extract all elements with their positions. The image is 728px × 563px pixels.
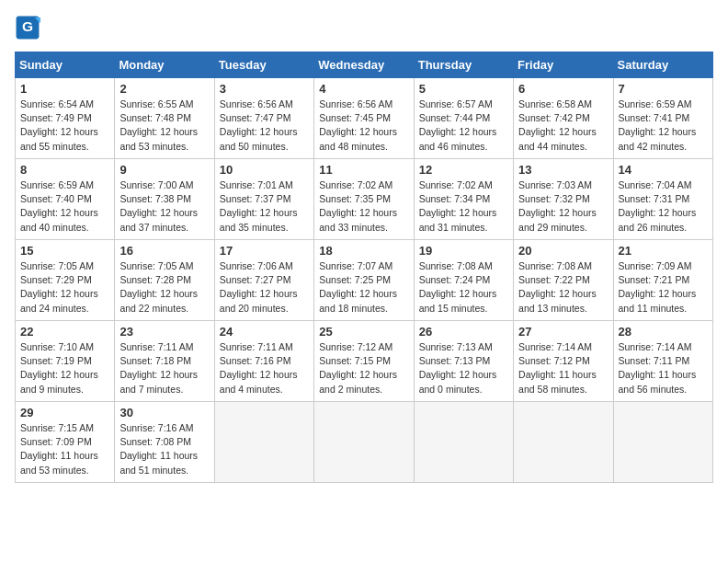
calendar-day-header: Tuesday: [214, 52, 313, 78]
calendar-cell: 20Sunrise: 7:08 AM Sunset: 7:22 PM Dayli…: [514, 240, 613, 321]
calendar-body: 1Sunrise: 6:54 AM Sunset: 7:49 PM Daylig…: [16, 78, 713, 483]
day-info: Sunrise: 6:58 AM Sunset: 7:42 PM Dayligh…: [518, 98, 608, 154]
calendar-cell: 23Sunrise: 7:11 AM Sunset: 7:18 PM Dayli…: [115, 321, 214, 402]
calendar-cell: 26Sunrise: 7:13 AM Sunset: 7:13 PM Dayli…: [414, 321, 513, 402]
calendar-cell: 1Sunrise: 6:54 AM Sunset: 7:49 PM Daylig…: [16, 78, 115, 159]
day-info: Sunrise: 7:05 AM Sunset: 7:28 PM Dayligh…: [119, 259, 209, 316]
day-info: Sunrise: 7:02 AM Sunset: 7:34 PM Dayligh…: [419, 178, 508, 235]
day-number: 10: [220, 163, 309, 177]
calendar-cell: 13Sunrise: 7:03 AM Sunset: 7:32 PM Dayli…: [514, 159, 613, 240]
day-number: 3: [220, 82, 309, 96]
calendar-header-row: SundayMondayTuesdayWednesdayThursdayFrid…: [16, 52, 713, 78]
calendar-cell: 14Sunrise: 7:04 AM Sunset: 7:31 PM Dayli…: [613, 159, 712, 240]
calendar-cell: 19Sunrise: 7:08 AM Sunset: 7:24 PM Dayli…: [414, 240, 513, 321]
calendar-cell: [613, 402, 712, 483]
day-number: 30: [119, 406, 209, 419]
day-info: Sunrise: 6:55 AM Sunset: 7:48 PM Dayligh…: [119, 98, 209, 154]
day-info: Sunrise: 7:04 AM Sunset: 7:31 PM Dayligh…: [619, 178, 708, 235]
calendar-cell: [314, 402, 414, 483]
day-number: 13: [518, 163, 608, 177]
day-number: 21: [619, 244, 708, 258]
day-info: Sunrise: 6:59 AM Sunset: 7:40 PM Dayligh…: [20, 178, 109, 235]
calendar-day-header: Friday: [514, 52, 613, 78]
day-number: 11: [319, 163, 408, 177]
calendar-cell: 11Sunrise: 7:02 AM Sunset: 7:35 PM Dayli…: [314, 159, 414, 240]
calendar-cell: 10Sunrise: 7:01 AM Sunset: 7:37 PM Dayli…: [214, 159, 313, 240]
calendar-cell: 6Sunrise: 6:58 AM Sunset: 7:42 PM Daylig…: [514, 78, 613, 159]
calendar-cell: 16Sunrise: 7:05 AM Sunset: 7:28 PM Dayli…: [115, 240, 214, 321]
calendar-cell: 18Sunrise: 7:07 AM Sunset: 7:25 PM Dayli…: [314, 240, 414, 321]
day-number: 16: [119, 244, 209, 258]
calendar-cell: 21Sunrise: 7:09 AM Sunset: 7:21 PM Dayli…: [613, 240, 712, 321]
day-number: 15: [20, 244, 109, 258]
svg-text:G: G: [22, 18, 33, 34]
day-info: Sunrise: 6:56 AM Sunset: 7:47 PM Dayligh…: [220, 98, 309, 154]
day-info: Sunrise: 7:15 AM Sunset: 7:09 PM Dayligh…: [20, 421, 109, 477]
calendar-day-header: Monday: [115, 52, 214, 78]
calendar-day-header: Saturday: [613, 52, 712, 78]
calendar-week-row: 22Sunrise: 7:10 AM Sunset: 7:19 PM Dayli…: [16, 321, 713, 402]
day-info: Sunrise: 7:08 AM Sunset: 7:22 PM Dayligh…: [518, 259, 608, 316]
calendar-day-header: Thursday: [414, 52, 513, 78]
day-info: Sunrise: 6:59 AM Sunset: 7:41 PM Dayligh…: [619, 98, 708, 154]
day-number: 29: [20, 406, 109, 419]
calendar-cell: 15Sunrise: 7:05 AM Sunset: 7:29 PM Dayli…: [16, 240, 115, 321]
day-info: Sunrise: 7:11 AM Sunset: 7:18 PM Dayligh…: [119, 340, 209, 396]
day-number: 8: [20, 163, 109, 177]
day-info: Sunrise: 6:56 AM Sunset: 7:45 PM Dayligh…: [319, 98, 408, 154]
calendar-cell: 8Sunrise: 6:59 AM Sunset: 7:40 PM Daylig…: [16, 159, 115, 240]
calendar-cell: 5Sunrise: 6:57 AM Sunset: 7:44 PM Daylig…: [414, 78, 513, 159]
day-info: Sunrise: 7:03 AM Sunset: 7:32 PM Dayligh…: [518, 178, 608, 235]
day-info: Sunrise: 7:12 AM Sunset: 7:15 PM Dayligh…: [319, 340, 408, 396]
day-number: 6: [518, 82, 608, 96]
calendar-day-header: Wednesday: [314, 52, 414, 78]
calendar-cell: [414, 402, 513, 483]
day-number: 17: [220, 244, 309, 258]
calendar-cell: 7Sunrise: 6:59 AM Sunset: 7:41 PM Daylig…: [613, 78, 712, 159]
day-info: Sunrise: 7:01 AM Sunset: 7:37 PM Dayligh…: [220, 178, 309, 235]
day-info: Sunrise: 7:07 AM Sunset: 7:25 PM Dayligh…: [319, 259, 408, 316]
day-info: Sunrise: 6:57 AM Sunset: 7:44 PM Dayligh…: [419, 98, 508, 154]
calendar-cell: 4Sunrise: 6:56 AM Sunset: 7:45 PM Daylig…: [314, 78, 414, 159]
day-number: 9: [119, 163, 209, 177]
day-info: Sunrise: 7:08 AM Sunset: 7:24 PM Dayligh…: [419, 259, 508, 316]
day-info: Sunrise: 7:02 AM Sunset: 7:35 PM Dayligh…: [319, 178, 408, 235]
day-info: Sunrise: 6:54 AM Sunset: 7:49 PM Dayligh…: [20, 98, 109, 154]
calendar-cell: 9Sunrise: 7:00 AM Sunset: 7:38 PM Daylig…: [115, 159, 214, 240]
day-number: 2: [119, 82, 209, 96]
calendar-cell: [514, 402, 613, 483]
day-number: 24: [220, 325, 309, 339]
day-number: 1: [20, 82, 109, 96]
calendar-week-row: 8Sunrise: 6:59 AM Sunset: 7:40 PM Daylig…: [16, 159, 713, 240]
calendar-cell: 2Sunrise: 6:55 AM Sunset: 7:48 PM Daylig…: [115, 78, 214, 159]
calendar-cell: 27Sunrise: 7:14 AM Sunset: 7:12 PM Dayli…: [514, 321, 613, 402]
day-info: Sunrise: 7:16 AM Sunset: 7:08 PM Dayligh…: [119, 421, 209, 477]
calendar-cell: 22Sunrise: 7:10 AM Sunset: 7:19 PM Dayli…: [16, 321, 115, 402]
calendar-cell: 12Sunrise: 7:02 AM Sunset: 7:34 PM Dayli…: [414, 159, 513, 240]
calendar-week-row: 1Sunrise: 6:54 AM Sunset: 7:49 PM Daylig…: [16, 78, 713, 159]
day-number: 7: [619, 82, 708, 96]
logo: G: [15, 15, 44, 40]
calendar-cell: 24Sunrise: 7:11 AM Sunset: 7:16 PM Dayli…: [214, 321, 313, 402]
day-number: 20: [518, 244, 608, 258]
calendar-table: SundayMondayTuesdayWednesdayThursdayFrid…: [15, 52, 713, 483]
day-info: Sunrise: 7:09 AM Sunset: 7:21 PM Dayligh…: [619, 259, 708, 316]
day-info: Sunrise: 7:05 AM Sunset: 7:29 PM Dayligh…: [20, 259, 109, 316]
day-number: 19: [419, 244, 508, 258]
calendar-cell: 3Sunrise: 6:56 AM Sunset: 7:47 PM Daylig…: [214, 78, 313, 159]
day-number: 25: [319, 325, 408, 339]
day-info: Sunrise: 7:10 AM Sunset: 7:19 PM Dayligh…: [20, 340, 109, 396]
day-info: Sunrise: 7:14 AM Sunset: 7:11 PM Dayligh…: [619, 340, 708, 396]
day-number: 5: [419, 82, 508, 96]
day-info: Sunrise: 7:11 AM Sunset: 7:16 PM Dayligh…: [220, 340, 309, 396]
page-header: G: [15, 15, 713, 40]
calendar-week-row: 15Sunrise: 7:05 AM Sunset: 7:29 PM Dayli…: [16, 240, 713, 321]
calendar-cell: 17Sunrise: 7:06 AM Sunset: 7:27 PM Dayli…: [214, 240, 313, 321]
day-info: Sunrise: 7:14 AM Sunset: 7:12 PM Dayligh…: [518, 340, 608, 396]
day-number: 4: [319, 82, 408, 96]
day-number: 14: [619, 163, 708, 177]
day-number: 28: [619, 325, 708, 339]
calendar-cell: 30Sunrise: 7:16 AM Sunset: 7:08 PM Dayli…: [115, 402, 214, 483]
day-number: 22: [20, 325, 109, 339]
day-number: 27: [518, 325, 608, 339]
